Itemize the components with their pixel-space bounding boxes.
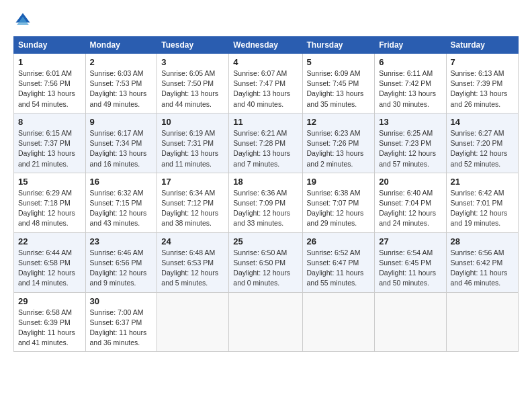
day-info: Sunrise: 6:23 AMSunset: 7:26 PMDaylight:… — [307, 129, 364, 168]
day-number: 21 — [451, 177, 514, 187]
col-tuesday: Tuesday — [157, 37, 229, 54]
day-info: Sunrise: 7:00 AMSunset: 6:37 PMDaylight:… — [90, 308, 147, 347]
calendar-row: 22 Sunrise: 6:44 AMSunset: 6:58 PMDaylig… — [14, 232, 519, 292]
day-info: Sunrise: 6:40 AMSunset: 7:04 PMDaylight:… — [379, 189, 436, 228]
day-info: Sunrise: 6:32 AMSunset: 7:15 PMDaylight:… — [90, 189, 147, 228]
day-number: 8 — [18, 117, 81, 127]
day-number: 15 — [18, 177, 81, 187]
day-number: 27 — [379, 236, 441, 246]
calendar-row: 29 Sunrise: 6:58 AMSunset: 6:39 PMDaylig… — [14, 292, 519, 352]
col-saturday: Saturday — [446, 37, 518, 54]
calendar-header-row: Sunday Monday Tuesday Wednesday Thursday… — [14, 37, 519, 54]
table-row: 23 Sunrise: 6:46 AMSunset: 6:56 PMDaylig… — [85, 232, 157, 292]
day-info: Sunrise: 6:13 AMSunset: 7:39 PMDaylight:… — [451, 69, 508, 108]
table-row: 27 Sunrise: 6:54 AMSunset: 6:45 PMDaylig… — [375, 232, 446, 292]
table-row: 15 Sunrise: 6:29 AMSunset: 7:18 PMDaylig… — [14, 173, 86, 232]
day-number: 3 — [161, 57, 224, 67]
table-row: 12 Sunrise: 6:23 AMSunset: 7:26 PMDaylig… — [302, 113, 375, 173]
day-number: 11 — [233, 117, 298, 127]
day-info: Sunrise: 6:42 AMSunset: 7:01 PMDaylight:… — [451, 189, 508, 228]
day-info: Sunrise: 6:29 AMSunset: 7:18 PMDaylight:… — [18, 189, 75, 228]
day-number: 9 — [90, 117, 153, 127]
table-row: 22 Sunrise: 6:44 AMSunset: 6:58 PMDaylig… — [14, 232, 86, 292]
day-info: Sunrise: 6:09 AMSunset: 7:45 PMDaylight:… — [307, 69, 364, 108]
empty-cell — [375, 292, 446, 352]
empty-cell — [446, 292, 518, 352]
day-number: 19 — [307, 177, 371, 187]
empty-cell — [157, 292, 229, 352]
empty-cell — [302, 292, 375, 352]
day-info: Sunrise: 6:19 AMSunset: 7:31 PMDaylight:… — [161, 129, 218, 168]
table-row: 1 Sunrise: 6:01 AMSunset: 7:56 PMDayligh… — [14, 54, 86, 113]
day-info: Sunrise: 6:21 AMSunset: 7:28 PMDaylight:… — [233, 129, 290, 168]
day-info: Sunrise: 6:58 AMSunset: 6:39 PMDaylight:… — [18, 308, 75, 347]
calendar-row: 1 Sunrise: 6:01 AMSunset: 7:56 PMDayligh… — [14, 54, 519, 113]
table-row: 14 Sunrise: 6:27 AMSunset: 7:20 PMDaylig… — [446, 113, 518, 173]
table-row: 30 Sunrise: 7:00 AMSunset: 6:37 PMDaylig… — [85, 292, 157, 352]
day-number: 30 — [90, 296, 153, 306]
day-number: 26 — [307, 236, 371, 246]
logo — [13, 11, 36, 30]
header — [13, 11, 519, 30]
day-info: Sunrise: 6:36 AMSunset: 7:09 PMDaylight:… — [233, 189, 290, 228]
table-row: 7 Sunrise: 6:13 AMSunset: 7:39 PMDayligh… — [446, 54, 518, 113]
table-row: 3 Sunrise: 6:05 AMSunset: 7:50 PMDayligh… — [157, 54, 229, 113]
day-number: 23 — [90, 236, 153, 246]
day-info: Sunrise: 6:25 AMSunset: 7:23 PMDaylight:… — [379, 129, 436, 168]
day-info: Sunrise: 6:46 AMSunset: 6:56 PMDaylight:… — [90, 248, 147, 287]
table-row: 10 Sunrise: 6:19 AMSunset: 7:31 PMDaylig… — [157, 113, 229, 173]
day-info: Sunrise: 6:50 AMSunset: 6:50 PMDaylight:… — [233, 248, 290, 287]
logo-icon — [13, 11, 32, 30]
day-info: Sunrise: 6:48 AMSunset: 6:53 PMDaylight:… — [161, 248, 218, 287]
day-number: 28 — [451, 236, 514, 246]
day-info: Sunrise: 6:15 AMSunset: 7:37 PMDaylight:… — [18, 129, 75, 168]
table-row: 17 Sunrise: 6:34 AMSunset: 7:12 PMDaylig… — [157, 173, 229, 232]
day-info: Sunrise: 6:17 AMSunset: 7:34 PMDaylight:… — [90, 129, 147, 168]
table-row: 4 Sunrise: 6:07 AMSunset: 7:47 PMDayligh… — [229, 54, 302, 113]
table-row: 5 Sunrise: 6:09 AMSunset: 7:45 PMDayligh… — [302, 54, 375, 113]
table-row: 18 Sunrise: 6:36 AMSunset: 7:09 PMDaylig… — [229, 173, 302, 232]
table-row: 13 Sunrise: 6:25 AMSunset: 7:23 PMDaylig… — [375, 113, 446, 173]
table-row: 9 Sunrise: 6:17 AMSunset: 7:34 PMDayligh… — [85, 113, 157, 173]
day-number: 14 — [451, 117, 514, 127]
day-info: Sunrise: 6:05 AMSunset: 7:50 PMDaylight:… — [161, 69, 218, 108]
day-number: 6 — [379, 57, 441, 67]
table-row: 6 Sunrise: 6:11 AMSunset: 7:42 PMDayligh… — [375, 54, 446, 113]
table-row: 19 Sunrise: 6:38 AMSunset: 7:07 PMDaylig… — [302, 173, 375, 232]
calendar-table: Sunday Monday Tuesday Wednesday Thursday… — [13, 36, 519, 352]
col-friday: Friday — [375, 37, 446, 54]
day-info: Sunrise: 6:56 AMSunset: 6:42 PMDaylight:… — [451, 248, 508, 287]
table-row: 26 Sunrise: 6:52 AMSunset: 6:47 PMDaylig… — [302, 232, 375, 292]
day-info: Sunrise: 6:01 AMSunset: 7:56 PMDaylight:… — [18, 69, 75, 108]
day-info: Sunrise: 6:27 AMSunset: 7:20 PMDaylight:… — [451, 129, 508, 168]
table-row: 2 Sunrise: 6:03 AMSunset: 7:53 PMDayligh… — [85, 54, 157, 113]
table-row: 24 Sunrise: 6:48 AMSunset: 6:53 PMDaylig… — [157, 232, 229, 292]
table-row: 28 Sunrise: 6:56 AMSunset: 6:42 PMDaylig… — [446, 232, 518, 292]
day-number: 29 — [18, 296, 81, 306]
col-thursday: Thursday — [302, 37, 375, 54]
day-number: 10 — [161, 117, 224, 127]
day-info: Sunrise: 6:03 AMSunset: 7:53 PMDaylight:… — [90, 69, 147, 108]
day-number: 22 — [18, 236, 81, 246]
day-number: 24 — [161, 236, 224, 246]
table-row: 16 Sunrise: 6:32 AMSunset: 7:15 PMDaylig… — [85, 173, 157, 232]
empty-cell — [229, 292, 302, 352]
day-number: 5 — [307, 57, 371, 67]
day-number: 13 — [379, 117, 441, 127]
day-number: 20 — [379, 177, 441, 187]
day-number: 1 — [18, 57, 81, 67]
col-sunday: Sunday — [14, 37, 86, 54]
day-info: Sunrise: 6:38 AMSunset: 7:07 PMDaylight:… — [307, 189, 364, 228]
page: Sunday Monday Tuesday Wednesday Thursday… — [0, 0, 532, 411]
day-info: Sunrise: 6:34 AMSunset: 7:12 PMDaylight:… — [161, 189, 218, 228]
col-monday: Monday — [85, 37, 157, 54]
col-wednesday: Wednesday — [229, 37, 302, 54]
day-number: 2 — [90, 57, 153, 67]
day-number: 17 — [161, 177, 224, 187]
table-row: 8 Sunrise: 6:15 AMSunset: 7:37 PMDayligh… — [14, 113, 86, 173]
day-info: Sunrise: 6:54 AMSunset: 6:45 PMDaylight:… — [379, 248, 436, 287]
day-number: 7 — [451, 57, 514, 67]
day-info: Sunrise: 6:52 AMSunset: 6:47 PMDaylight:… — [307, 248, 364, 287]
table-row: 21 Sunrise: 6:42 AMSunset: 7:01 PMDaylig… — [446, 173, 518, 232]
table-row: 29 Sunrise: 6:58 AMSunset: 6:39 PMDaylig… — [14, 292, 86, 352]
